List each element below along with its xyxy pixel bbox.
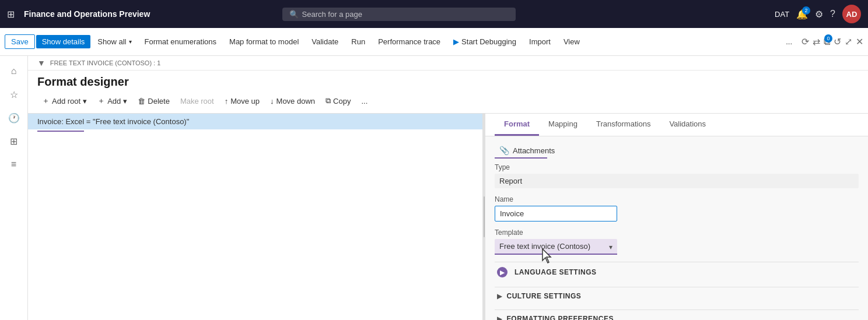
sidebar-icons: ⌂ ☆ 🕐 ⊞ ≡ xyxy=(0,56,28,320)
notifications[interactable]: 🔔 2 xyxy=(796,9,808,20)
search-icon: 🔍 xyxy=(289,10,299,19)
validate-button[interactable]: Validate xyxy=(306,35,344,48)
delete-label: Delete xyxy=(148,97,170,106)
attachments-row: 📎 Attachments xyxy=(495,143,859,159)
page-title: Format designer xyxy=(37,75,859,89)
run-button[interactable]: Run xyxy=(345,35,371,48)
save-button[interactable]: Save xyxy=(5,34,35,49)
type-field-group: Type Report xyxy=(495,163,859,188)
sidebar-grid-icon[interactable]: ⊞ xyxy=(4,131,24,152)
culture-arrow-icon: ▶ xyxy=(497,293,502,300)
add-root-button[interactable]: ＋ Add root ▾ xyxy=(37,93,92,108)
move-up-button[interactable]: ↑ Move up xyxy=(220,94,264,108)
user-avatar[interactable]: AD xyxy=(842,5,861,23)
copy-button[interactable]: ⧉ Copy xyxy=(321,94,355,108)
name-input[interactable] xyxy=(495,206,617,221)
tab-count-badge: 0 xyxy=(824,34,832,43)
attachments-label: Attachments xyxy=(513,146,555,155)
grid-icon[interactable]: ⊞ xyxy=(7,9,15,20)
breadcrumb: FREE TEXT INVOICE (CONTOSO) : 1 xyxy=(50,59,160,66)
add-button[interactable]: ＋ Add ▾ xyxy=(93,93,132,108)
page-header: Format designer xyxy=(28,71,868,89)
refresh-icon[interactable]: ↺ xyxy=(834,36,841,47)
template-label: Template xyxy=(495,228,859,237)
user-code: DAT xyxy=(775,10,789,19)
name-field-group: Name xyxy=(495,195,859,221)
move-up-icon: ↑ xyxy=(225,97,229,106)
breadcrumb-row: ▼ FREE TEXT INVOICE (CONTOSO) : 1 xyxy=(28,56,868,71)
tab-counter: ⧉ 0 xyxy=(824,37,830,47)
filter-icon[interactable]: ▼ xyxy=(37,58,46,68)
formatting-preferences-label: FORMATTING PREFERENCES xyxy=(507,315,614,320)
start-debugging-button[interactable]: ▶ Start Debugging xyxy=(447,35,522,48)
formatting-preferences-header[interactable]: ▶ FORMATTING PREFERENCES xyxy=(495,310,859,320)
format-toolbar: ＋ Add root ▾ ＋ Add ▾ 🗑 Delete Make root … xyxy=(28,89,868,114)
expand-icon[interactable]: ⤢ xyxy=(845,36,852,47)
tree-item-invoice[interactable]: Invoice: Excel = "Free text invoice (Con… xyxy=(28,114,482,129)
search-bar[interactable]: 🔍 Search for a page xyxy=(282,8,516,21)
language-settings-header[interactable]: ▶ LANGUAGE SETTINGS xyxy=(495,262,859,282)
attachments-underline xyxy=(495,157,547,159)
sidebar-home-icon[interactable]: ⌂ xyxy=(4,61,24,82)
attachments-button[interactable]: 📎 Attachments xyxy=(495,143,559,157)
app-title: Finance and Operations Preview xyxy=(24,9,150,19)
nav-right: DAT 🔔 2 ⚙ ? AD xyxy=(775,5,861,23)
performance-trace-button[interactable]: Performance trace xyxy=(372,35,446,48)
sidebar-list-icon[interactable]: ≡ xyxy=(4,154,24,175)
add-root-label: Add root xyxy=(52,97,80,106)
panel-tabs: Format Mapping Transformations Validatio… xyxy=(485,114,868,136)
delete-icon: 🗑 xyxy=(138,97,145,106)
tree-panel: Invoice: Excel = "Free text invoice (Con… xyxy=(28,114,483,320)
show-all-dropdown-icon: ▾ xyxy=(129,38,132,45)
copy-label: Copy xyxy=(333,97,351,106)
debug-icon: ▶ xyxy=(453,37,459,46)
add-dropdown-icon: ▾ xyxy=(123,97,127,106)
move-down-icon: ↓ xyxy=(270,97,274,106)
close-icon[interactable]: ✕ xyxy=(856,36,863,47)
sidebar-recent-icon[interactable]: 🕐 xyxy=(4,107,24,128)
secondary-toolbar: Save Show details Show all ▾ Format enum… xyxy=(0,28,868,56)
compare-icon[interactable]: ⇄ xyxy=(813,36,820,47)
more-options-button[interactable]: ... xyxy=(780,35,798,48)
make-root-button[interactable]: Make root xyxy=(176,94,219,108)
gear-icon[interactable]: ⚙ xyxy=(815,9,823,20)
tab-transformations[interactable]: Transformations xyxy=(587,114,660,136)
tab-validations[interactable]: Validations xyxy=(660,114,715,136)
template-select[interactable]: Free text invoice (Contoso) xyxy=(495,239,617,255)
right-panel: Format Mapping Transformations Validatio… xyxy=(485,114,868,320)
sidebar-star-icon[interactable]: ☆ xyxy=(4,84,24,105)
culture-settings-header[interactable]: ▶ CULTURE SETTINGS xyxy=(495,287,859,305)
formatting-arrow-icon: ▶ xyxy=(497,315,502,321)
format-enumerations-button[interactable]: Format enumerations xyxy=(139,35,223,48)
language-settings-label: LANGUAGE SETTINGS xyxy=(514,268,597,276)
tab-mapping[interactable]: Mapping xyxy=(539,114,587,136)
move-down-button[interactable]: ↓ Move down xyxy=(265,94,320,108)
content-area: ▼ FREE TEXT INVOICE (CONTOSO) : 1 Format… xyxy=(28,56,868,320)
tab-format[interactable]: Format xyxy=(495,114,539,136)
show-all-label: Show all xyxy=(97,37,126,46)
culture-settings-section: ▶ CULTURE SETTINGS xyxy=(495,287,859,305)
tree-item-label: Invoice: Excel = "Free text invoice (Con… xyxy=(37,117,473,126)
culture-settings-label: CULTURE SETTINGS xyxy=(507,292,582,300)
paperclip-icon: 📎 xyxy=(499,146,509,155)
help-icon[interactable]: ? xyxy=(830,9,835,19)
add2-icon: ＋ xyxy=(97,96,105,106)
view-button[interactable]: View xyxy=(558,35,586,48)
connect-icon[interactable]: ⟳ xyxy=(802,36,809,47)
more-format-button[interactable]: ... xyxy=(356,94,372,108)
panel-content: 📎 Attachments Type Report Name xyxy=(485,136,868,320)
main-layout: ⌂ ☆ 🕐 ⊞ ≡ ▼ FREE TEXT INVOICE (CONTOSO) … xyxy=(0,56,868,320)
delete-button[interactable]: 🗑 Delete xyxy=(133,94,174,108)
add-label: Add xyxy=(107,97,121,106)
show-details-button[interactable]: Show details xyxy=(36,35,91,48)
language-settings-section: ▶ LANGUAGE SETTINGS xyxy=(495,262,859,282)
import-button[interactable]: Import xyxy=(523,35,556,48)
split-view: Invoice: Excel = "Free text invoice (Con… xyxy=(28,114,868,320)
move-up-label: Move up xyxy=(230,97,260,106)
move-down-label: Move down xyxy=(276,97,315,106)
show-all-button[interactable]: Show all ▾ xyxy=(92,35,137,48)
template-field-group: Template Free text invoice (Contoso) ▾ xyxy=(495,228,859,255)
map-format-to-model-button[interactable]: Map format to model xyxy=(223,35,304,48)
copy-icon: ⧉ xyxy=(326,96,331,106)
type-value: Report xyxy=(495,174,859,188)
